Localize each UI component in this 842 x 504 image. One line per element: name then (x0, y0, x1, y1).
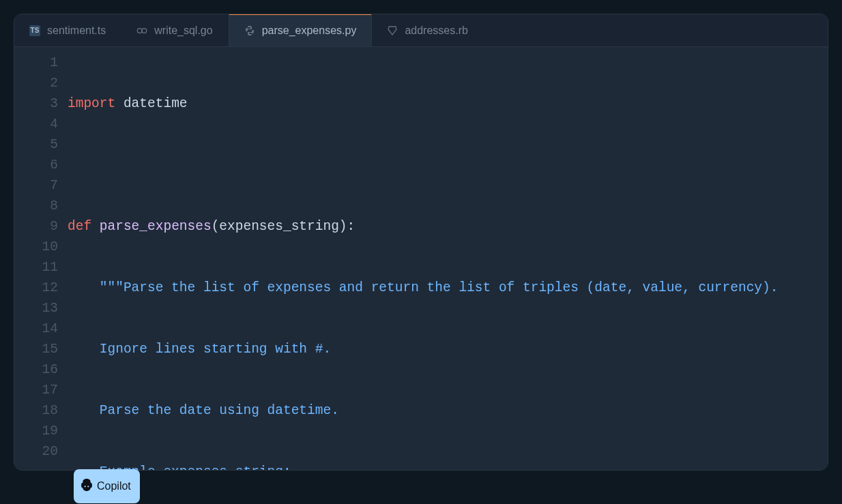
tab-parse-expenses-py[interactable]: parse_expenses.py (229, 14, 373, 46)
line-number: 19 (14, 421, 58, 441)
code-line[interactable]: Ignore lines starting with #. (68, 339, 828, 359)
code-line[interactable]: import datetime (68, 93, 828, 114)
tab-sentiment-ts[interactable]: TS sentiment.ts (14, 14, 121, 46)
code-content[interactable]: import datetime def parse_expenses(expen… (68, 53, 828, 464)
line-number: 9 (14, 216, 58, 237)
copilot-label: Copilot (97, 480, 131, 492)
line-number: 2 (14, 73, 58, 93)
tab-addresses-rb[interactable]: addresses.rb (372, 14, 484, 46)
line-number: 13 (14, 298, 58, 318)
line-number: 3 (14, 93, 58, 114)
code-line[interactable]: """Parse the list of expenses and return… (68, 278, 828, 298)
line-number: 8 (14, 196, 58, 216)
svg-point-1 (142, 28, 147, 33)
tab-bar: TS sentiment.ts write_sql.go parse_expen… (14, 14, 828, 47)
line-number: 16 (14, 359, 58, 380)
line-number: 7 (14, 175, 58, 196)
line-number: 1 (14, 53, 58, 73)
line-number: 12 (14, 278, 58, 298)
line-number: 20 (14, 441, 58, 462)
ts-icon: TS (29, 25, 40, 36)
line-number: 15 (14, 339, 58, 359)
code-editor[interactable]: 1 2 3 4 5 6 7 8 9 10 11 12 13 14 15 16 1… (14, 47, 828, 470)
svg-point-0 (138, 28, 143, 33)
code-line[interactable]: Example expenses_string: (68, 462, 828, 471)
code-line[interactable]: Parse the date using datetime. (68, 400, 828, 421)
line-number: 17 (14, 380, 58, 400)
code-line[interactable]: def parse_expenses(expenses_string): (68, 216, 828, 237)
line-number: 5 (14, 134, 58, 155)
line-number-gutter: 1 2 3 4 5 6 7 8 9 10 11 12 13 14 15 16 1… (14, 53, 68, 464)
line-number: 18 (14, 400, 58, 421)
copilot-icon (81, 479, 93, 494)
py-icon (244, 25, 255, 36)
tab-label: parse_expenses.py (262, 25, 357, 37)
line-number: 10 (14, 237, 58, 257)
tab-label: sentiment.ts (47, 25, 106, 37)
line-number: 4 (14, 114, 58, 134)
tab-write-sql-go[interactable]: write_sql.go (121, 14, 228, 46)
line-number: 11 (14, 257, 58, 278)
line-number: 14 (14, 318, 58, 339)
rb-icon (387, 25, 398, 36)
go-icon (136, 25, 147, 36)
code-line[interactable] (68, 155, 828, 175)
tab-label: write_sql.go (154, 25, 212, 37)
line-number: 6 (14, 155, 58, 175)
copilot-badge[interactable]: Copilot (74, 469, 140, 503)
editor-window: TS sentiment.ts write_sql.go parse_expen… (14, 14, 828, 471)
tab-label: addresses.rb (405, 25, 468, 37)
